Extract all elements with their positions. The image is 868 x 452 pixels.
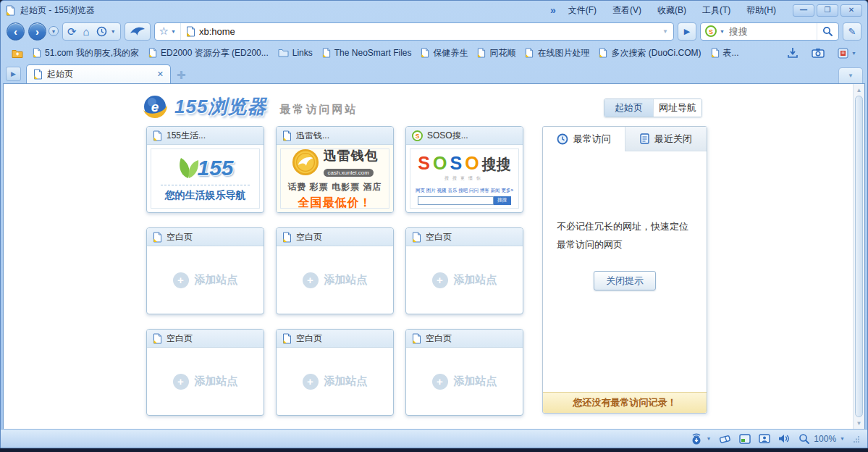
view-tab-start[interactable]: 起始页: [604, 99, 653, 117]
close-button[interactable]: ✕: [840, 4, 862, 17]
search-input[interactable]: [729, 26, 817, 37]
zoom-control[interactable]: 100% ▼: [799, 433, 845, 445]
site-tile-soso[interactable]: S SOSO搜... SOSO 搜搜 搜搜更懂你 网页 图片 视频 音乐 搜吧 …: [405, 126, 523, 213]
add-site-button[interactable]: + 添加站点: [277, 348, 393, 415]
new-tab-button[interactable]: ✚: [177, 70, 186, 80]
chevron-down-icon[interactable]: ▼: [111, 29, 116, 34]
search-engine-button[interactable]: S ▼: [701, 23, 729, 40]
quick-launch-button[interactable]: [125, 22, 151, 41]
apps-menu-button[interactable]: ▼: [838, 48, 856, 59]
tab-overflow-button[interactable]: ▼: [838, 67, 863, 83]
scroll-up-button[interactable]: ▲: [854, 84, 864, 96]
page-icon: [322, 48, 331, 58]
compatibility-icon[interactable]: [759, 433, 770, 444]
back-button[interactable]: ‹: [7, 22, 25, 41]
favorites-button[interactable]: ☆ ▼: [155, 23, 181, 40]
search-box: S ▼: [700, 22, 839, 41]
history-clock-icon[interactable]: [96, 26, 107, 37]
chevron-down-icon: ▼: [51, 29, 56, 34]
add-site-button[interactable]: + 添加站点: [147, 246, 264, 314]
maximize-button[interactable]: ❐: [817, 4, 838, 17]
screenshot-camera-icon[interactable]: [812, 48, 825, 58]
menu-tools[interactable]: 工具(T): [694, 2, 738, 19]
empty-site-tile[interactable]: 空白页 + 添加站点: [276, 227, 394, 314]
chevron-down-icon: ▼: [706, 436, 711, 441]
home-button[interactable]: ⌂: [83, 26, 90, 37]
page-title: 最常访问网站: [279, 103, 358, 117]
toolbar-overflow-icon[interactable]: »: [550, 4, 556, 16]
site-tile-xunlei[interactable]: 迅雷钱...: [276, 126, 394, 213]
bookmark-item[interactable]: 在线图片处理: [521, 45, 594, 62]
menu-help[interactable]: 帮助(H): [738, 2, 784, 19]
bookmark-label: 同花顺: [489, 47, 515, 59]
soso-search-input: [418, 196, 493, 205]
page-icon: [525, 48, 534, 58]
page-scrollbar[interactable]: ▲ ▼: [853, 84, 864, 429]
empty-site-tile[interactable]: 空白页 + 添加站点: [276, 329, 394, 416]
empty-site-tile[interactable]: 空白页 + 添加站点: [146, 329, 264, 416]
browser-logo-text: 155浏览器: [174, 94, 266, 120]
history-dropdown-button[interactable]: ▼: [49, 26, 59, 36]
title-bar: 起始页 - 155浏览器 » 文件(F) 查看(V) 收藏(B) 工具(T) 帮…: [1, 1, 867, 20]
tab-start-page[interactable]: 起始页 ✕: [26, 64, 171, 83]
resize-grip[interactable]: [853, 435, 860, 443]
bird-icon: [130, 25, 146, 37]
side-panel: 最常访问 最近关闭 不必记住冗长的网址，快速定位最常访问的网页 关闭提示 您还没…: [542, 126, 707, 414]
bookmark-item[interactable]: 保健养生: [416, 45, 472, 62]
tile-title: 空白页: [426, 332, 452, 345]
close-hint-button[interactable]: 关闭提示: [594, 271, 656, 290]
address-dropdown-button[interactable]: ▼: [657, 28, 673, 35]
forward-button[interactable]: ›: [28, 22, 46, 41]
refresh-button[interactable]: ⟳: [67, 26, 77, 37]
bookmark-item[interactable]: 多次搜索 (DuoCi.COM): [594, 45, 705, 62]
scroll-down-button[interactable]: ▼: [854, 417, 864, 429]
minimize-button[interactable]: —: [793, 4, 814, 17]
bookmark-item[interactable]: 同花顺: [473, 45, 520, 62]
eraser-icon[interactable]: [719, 434, 731, 444]
download-manager-button[interactable]: ▼: [690, 432, 711, 445]
panel-tab-recently-closed[interactable]: 最近关闭: [625, 127, 707, 151]
empty-site-tile[interactable]: 空白页 + 添加站点: [405, 227, 523, 314]
add-site-button[interactable]: + 添加站点: [277, 246, 393, 314]
address-input[interactable]: [199, 26, 657, 37]
tab-list-button[interactable]: ▶: [6, 67, 21, 81]
go-button[interactable]: ▶: [678, 22, 696, 41]
navigation-toolbar: ‹ › ▼ ⟳ ⌂ ▼ ☆ ▼ ▼ ▶ S ▼: [1, 20, 867, 43]
panel-tab-most-visited[interactable]: 最常访问: [543, 127, 625, 151]
bookmark-item[interactable]: ED2000 资源分享 (ED200...: [144, 45, 273, 62]
search-button[interactable]: [817, 23, 838, 40]
add-favorites-button[interactable]: [7, 46, 28, 60]
bookmark-label: Links: [292, 48, 313, 58]
page-icon: [412, 333, 421, 344]
edit-search-button[interactable]: ✎: [843, 22, 861, 41]
menu-file[interactable]: 文件(F): [560, 2, 604, 19]
page-icon: [148, 48, 157, 58]
browser-window: 起始页 - 155浏览器 » 文件(F) 查看(V) 收藏(B) 工具(T) 帮…: [0, 0, 868, 448]
svg-text:e: e: [151, 99, 159, 114]
layout-icon[interactable]: [739, 434, 751, 444]
add-site-button[interactable]: + 添加站点: [406, 246, 523, 314]
empty-site-tile[interactable]: 空白页 + 添加站点: [405, 329, 523, 416]
add-site-label: 添加站点: [454, 273, 497, 287]
menu-view[interactable]: 查看(V): [604, 2, 649, 19]
scrollbar-thumb[interactable]: [855, 96, 863, 417]
site-tile-155[interactable]: 155生活... 155 您的生活娱乐导航: [146, 126, 264, 213]
view-switcher: 起始页 网址导航: [604, 99, 702, 117]
empty-site-tile[interactable]: 空白页 + 添加站点: [146, 227, 264, 314]
bookmark-item[interactable]: 51.com 我的朋友,我的家: [28, 45, 143, 62]
download-icon[interactable]: [787, 47, 799, 59]
bookmark-item[interactable]: The NeoSmart Files: [318, 46, 416, 60]
bookmark-item[interactable]: 表...: [707, 45, 743, 62]
tab-close-button[interactable]: ✕: [157, 70, 164, 79]
volume-icon[interactable]: [778, 433, 791, 444]
bookmark-folder[interactable]: Links: [274, 46, 317, 60]
soso-nav-links: 网页 图片 视频 音乐 搜吧 问问 博客 新闻 更多»: [416, 188, 513, 194]
add-site-button[interactable]: + 添加站点: [406, 348, 523, 415]
apps-icon: [838, 48, 848, 59]
page-header: e 155浏览器 最常访问网站: [141, 93, 358, 120]
view-tab-navigation[interactable]: 网址导航: [653, 99, 701, 117]
chevron-down-icon: ▼: [851, 51, 856, 56]
chevron-down-icon: ▼: [720, 29, 725, 34]
menu-favorites[interactable]: 收藏(B): [649, 2, 694, 19]
add-site-button[interactable]: + 添加站点: [147, 348, 264, 415]
